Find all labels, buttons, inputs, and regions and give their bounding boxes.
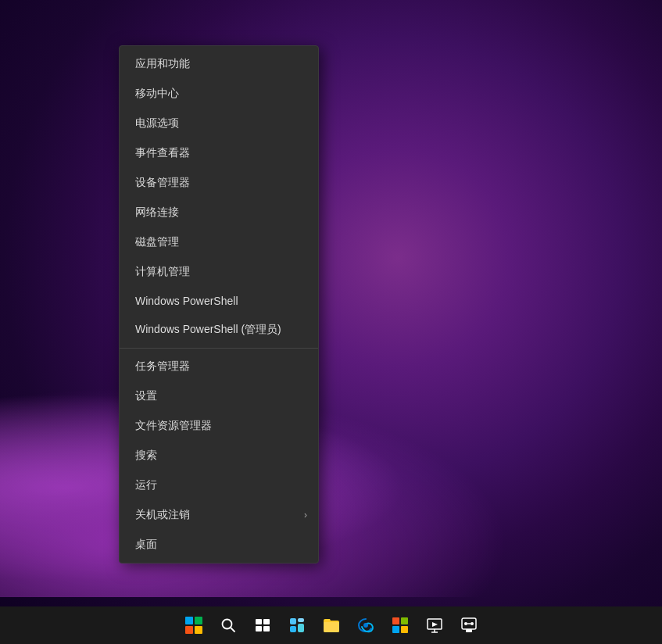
- svg-rect-9: [298, 624, 304, 632]
- svg-rect-4: [256, 626, 262, 631]
- svg-rect-2: [256, 619, 262, 624]
- menu-item-network-connections[interactable]: 网络连接: [120, 198, 318, 227]
- svg-point-19: [464, 622, 467, 625]
- taskbar-search-button[interactable]: [213, 610, 244, 641]
- taskbar-widgets-button[interactable]: [281, 610, 313, 641]
- menu-item-apps-features[interactable]: 应用和功能: [120, 49, 318, 79]
- svg-rect-8: [290, 626, 296, 632]
- svg-rect-14: [401, 626, 408, 633]
- menu-item-powershell-admin[interactable]: Windows PowerShell (管理员): [120, 315, 318, 345]
- menu-item-settings[interactable]: 设置: [120, 381, 318, 411]
- menu-item-computer-management[interactable]: 计算机管理: [120, 257, 318, 287]
- svg-point-20: [471, 622, 474, 625]
- context-menu: 应用和功能移动中心电源选项事件查看器设备管理器网络连接磁盘管理计算机管理Wind…: [119, 45, 319, 564]
- svg-rect-3: [263, 619, 270, 624]
- svg-point-10: [363, 623, 368, 628]
- taskbar-present-button[interactable]: [419, 610, 450, 641]
- taskbar-fileexplorer-button[interactable]: [316, 610, 347, 641]
- menu-item-powershell[interactable]: Windows PowerShell: [120, 287, 318, 315]
- svg-rect-13: [392, 626, 399, 633]
- taskbar-edge-button[interactable]: [350, 610, 381, 641]
- taskbar: [0, 606, 662, 644]
- svg-rect-11: [392, 617, 399, 624]
- taskbar-store-button[interactable]: [385, 610, 416, 641]
- menu-item-shutdown[interactable]: 关机或注销›: [120, 500, 318, 530]
- taskbar-start-button[interactable]: [178, 610, 209, 641]
- svg-rect-12: [401, 617, 408, 624]
- menu-item-file-explorer[interactable]: 文件资源管理器: [120, 411, 318, 441]
- menu-item-mobility-center[interactable]: 移动中心: [120, 79, 318, 109]
- submenu-arrow-icon: ›: [304, 510, 307, 521]
- menu-item-power-options[interactable]: 电源选项: [120, 109, 318, 138]
- desktop: [0, 0, 662, 644]
- menu-item-task-manager[interactable]: 任务管理器: [120, 352, 318, 381]
- menu-item-disk-management[interactable]: 磁盘管理: [120, 227, 318, 257]
- menu-item-device-manager[interactable]: 设备管理器: [120, 168, 318, 198]
- taskbar-taskview-button[interactable]: [247, 610, 278, 641]
- menu-divider: [120, 348, 318, 349]
- taskbar-network-button[interactable]: [453, 610, 485, 641]
- svg-line-1: [231, 628, 234, 631]
- menu-item-event-viewer[interactable]: 事件查看器: [120, 138, 318, 168]
- menu-item-run[interactable]: 运行: [120, 470, 318, 500]
- svg-rect-22: [466, 629, 472, 632]
- svg-rect-6: [290, 618, 296, 624]
- menu-item-search[interactable]: 搜索: [120, 441, 318, 470]
- menu-item-desktop[interactable]: 桌面: [120, 530, 318, 560]
- svg-rect-7: [298, 618, 304, 622]
- svg-rect-5: [263, 626, 270, 631]
